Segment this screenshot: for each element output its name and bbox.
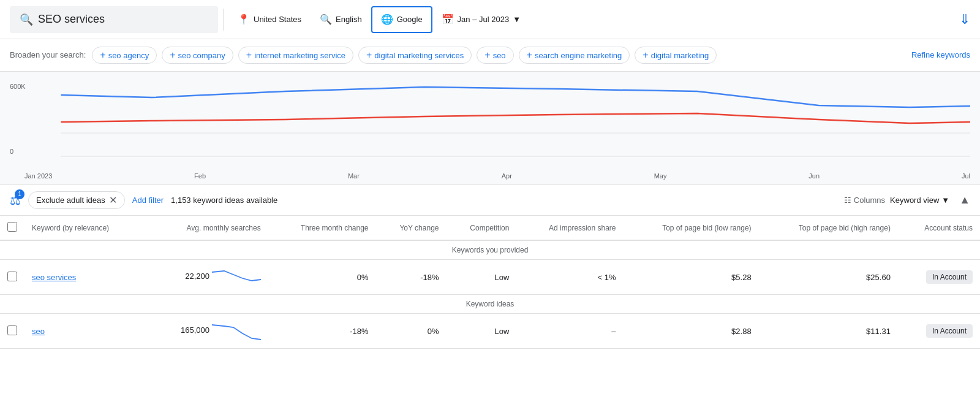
add-filter-button[interactable]: Add filter xyxy=(132,196,164,205)
keyword-link[interactable]: seo services xyxy=(32,273,76,282)
low-bid-cell: $2.88 xyxy=(623,314,758,349)
competition-cell: Low xyxy=(447,260,517,295)
refine-keywords-link[interactable]: Refine keywords xyxy=(911,47,970,59)
th-yoy: YoY change xyxy=(376,216,447,240)
top-bar: 🔍 SEO services 📍 United States 🔍 English… xyxy=(0,0,980,39)
x-label-mar: Mar xyxy=(348,172,360,180)
broaden-label: Broaden your search: xyxy=(10,47,86,59)
sparkline-chart xyxy=(212,320,261,342)
search-box[interactable]: 🔍 SEO services xyxy=(10,6,218,33)
high-bid-cell: $11.31 xyxy=(759,314,898,349)
status-cell: In Account xyxy=(898,260,980,295)
filter-right: ☷ Columns Keyword view ▼ ▲ xyxy=(844,194,970,207)
low-bid-cell: $5.28 xyxy=(623,260,758,295)
chip-search-engine-marketing[interactable]: +search engine marketing xyxy=(519,47,630,64)
keyword-cell: seo xyxy=(24,314,145,349)
x-label-jun: Jun xyxy=(809,172,820,180)
chart-inner: 600K 0 xyxy=(0,72,980,170)
columns-button[interactable]: ☷ Columns xyxy=(844,196,885,205)
plus-icon: + xyxy=(643,50,648,61)
plus-icon: + xyxy=(484,50,490,61)
keyword-table: Keyword (by relevance) Avg. monthly sear… xyxy=(0,216,980,349)
search-query: SEO services xyxy=(38,13,105,26)
date-range-label: Jan – Jul 2023 xyxy=(458,15,510,24)
chip-seo-agency[interactable]: +seo agency xyxy=(92,47,157,64)
broaden-chips: +seo agency +seo company +internet marke… xyxy=(92,47,905,64)
chevron-down-icon: ▼ xyxy=(941,196,949,205)
status-cell: In Account xyxy=(898,314,980,349)
collapse-button[interactable]: ▲ xyxy=(959,194,970,207)
row-checkbox[interactable] xyxy=(7,272,17,281)
divider xyxy=(223,9,224,31)
y-label-600k: 600K xyxy=(10,83,26,90)
keyword-table-wrap: Keyword (by relevance) Avg. monthly sear… xyxy=(0,216,980,349)
chip-digital-marketing-services[interactable]: +digital marketing services xyxy=(358,47,472,64)
ad-impression-cell: < 1% xyxy=(516,260,623,295)
columns-label: Columns xyxy=(854,196,885,205)
filter-badge: 1 xyxy=(15,189,24,199)
table-row: seo 165,000 -18% 0% Low – $2.88 $11.31 I… xyxy=(0,314,980,349)
sparkline-chart xyxy=(212,266,261,288)
search-icon: 🔍 xyxy=(20,13,33,26)
th-low-bid: Top of page bid (low range) xyxy=(623,216,758,240)
keyword-view-label: Keyword view xyxy=(890,196,939,205)
chip-digital-marketing[interactable]: +digital marketing xyxy=(635,47,717,64)
chevron-down-icon: ▼ xyxy=(513,15,521,24)
chip-seo[interactable]: +seo xyxy=(477,47,513,64)
th-competition: Competition xyxy=(447,216,517,240)
competition-cell: Low xyxy=(447,314,517,349)
section-ideas-header: Keyword ideas xyxy=(0,295,980,314)
exclude-adult-label: Exclude adult ideas xyxy=(36,196,105,205)
x-label-may: May xyxy=(654,172,667,180)
platform-filter[interactable]: 🌐 Google xyxy=(371,6,432,33)
th-high-bid: Top of page bid (high range) xyxy=(759,216,898,240)
location-icon: 📍 xyxy=(238,13,250,25)
x-label-jan: Jan 2023 xyxy=(24,172,52,180)
avg-searches-cell: 22,200 xyxy=(145,260,268,295)
keyword-link[interactable]: seo xyxy=(32,327,45,336)
th-three-month: Three month change xyxy=(268,216,376,240)
exclude-adult-pill[interactable]: Exclude adult ideas ✕ xyxy=(28,191,125,209)
plus-icon: + xyxy=(246,50,252,61)
plus-icon: + xyxy=(366,50,372,61)
x-label-feb: Feb xyxy=(194,172,206,180)
avg-searches-cell: 165,000 xyxy=(145,314,268,349)
th-keyword: Keyword (by relevance) xyxy=(24,216,145,240)
yoy-cell: 0% xyxy=(376,314,447,349)
in-account-badge: In Account xyxy=(926,270,973,284)
platform-label: Google xyxy=(397,15,423,24)
location-label: United States xyxy=(254,15,301,24)
keyword-view-button[interactable]: Keyword view ▼ xyxy=(890,196,949,205)
download-button[interactable]: ⇓ xyxy=(959,12,970,28)
chip-internet-marketing[interactable]: +internet marketing service xyxy=(238,47,353,64)
th-ad-impression: Ad impression share xyxy=(516,216,623,240)
google-icon: 🌐 xyxy=(381,13,393,25)
th-status: Account status xyxy=(898,216,980,240)
filter-button[interactable]: ⚖ 1 xyxy=(10,193,21,208)
in-account-badge: In Account xyxy=(926,324,973,338)
x-label-jul: Jul xyxy=(962,172,970,180)
location-filter[interactable]: 📍 United States xyxy=(228,6,311,33)
language-label: English xyxy=(336,15,362,24)
keyword-cell: seo services xyxy=(24,260,145,295)
remove-filter-icon[interactable]: ✕ xyxy=(109,194,117,206)
high-bid-cell: $25.60 xyxy=(759,260,898,295)
y-label-0: 0 xyxy=(10,148,13,155)
plus-icon: + xyxy=(170,50,175,61)
ad-impression-cell: – xyxy=(516,314,623,349)
date-range-filter[interactable]: 📅 Jan – Jul 2023 ▼ xyxy=(432,6,530,33)
th-avg-searches: Avg. monthly searches xyxy=(145,216,268,240)
three-month-cell: -18% xyxy=(268,314,376,349)
select-all-checkbox[interactable] xyxy=(7,222,17,232)
calendar-icon: 📅 xyxy=(442,13,454,25)
broaden-search-row: Broaden your search: +seo agency +seo co… xyxy=(0,39,980,72)
yoy-cell: -18% xyxy=(376,260,447,295)
row-checkbox[interactable] xyxy=(7,325,17,335)
language-filter[interactable]: 🔍 English xyxy=(311,6,371,33)
section-provided-header: Keywords you provided xyxy=(0,240,980,260)
chip-seo-company[interactable]: +seo company xyxy=(162,47,233,64)
columns-grid-icon: ☷ xyxy=(844,196,851,205)
x-label-apr: Apr xyxy=(502,172,512,180)
trend-chart xyxy=(31,78,970,164)
th-checkbox[interactable] xyxy=(0,216,24,240)
